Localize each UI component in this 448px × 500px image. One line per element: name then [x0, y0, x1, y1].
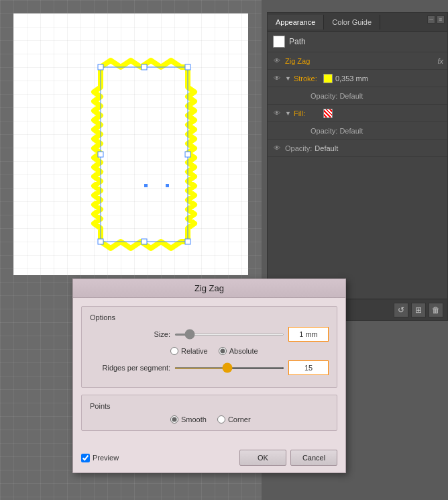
path-color-swatch [273, 36, 285, 48]
svg-rect-3 [98, 239, 103, 244]
svg-rect-8 [185, 152, 190, 157]
size-label: Size: [90, 330, 170, 338]
stroke-opacity-value: Default [339, 92, 363, 100]
smooth-radio[interactable] [170, 415, 178, 423]
panel-header: Appearance Color Guide ─ ≡ [268, 13, 447, 32]
points-radio-group: Smooth Corner [90, 415, 329, 423]
path-label: Path [289, 37, 306, 46]
size-type-radio-group: Relative Absolute [90, 347, 329, 355]
ridges-slider-container [174, 367, 284, 369]
stroke-row: 👁 ▼ Stroke: 0,353 mm [268, 70, 447, 87]
options-group-label: Options [90, 313, 329, 321]
eye-icon-opacity[interactable]: 👁 [272, 144, 282, 152]
preview-label: Preview [93, 454, 119, 462]
path-title-row: Path [268, 32, 447, 52]
absolute-radio-label[interactable]: Absolute [219, 347, 258, 355]
svg-rect-9 [144, 184, 148, 187]
smooth-radio-label[interactable]: Smooth [170, 415, 207, 423]
relative-label: Relative [181, 347, 208, 355]
fill-collapse-arrow[interactable]: ▼ [285, 110, 291, 117]
tab-color-guide[interactable]: Color Guide [324, 15, 380, 30]
dialog-btn-row: OK Cancel [239, 450, 337, 466]
absolute-label: Absolute [229, 347, 258, 355]
relative-radio-label[interactable]: Relative [170, 347, 208, 355]
corner-radio[interactable] [217, 415, 225, 423]
size-slider-container [174, 334, 284, 336]
opacity-label: Opacity: [285, 144, 312, 152]
fill-row: 👁 ▼ Fill: [268, 105, 447, 122]
dialog-titlebar: Zig Zag [73, 279, 345, 298]
delete-icon-btn[interactable]: 🗑 [429, 303, 443, 317]
preview-checkbox[interactable] [81, 454, 90, 462]
points-group-label: Points [90, 402, 329, 410]
ridges-label: Ridges per segment: [90, 364, 170, 372]
zigzag-dialog: Zig Zag Options Size: Relative [72, 279, 346, 473]
duplicate-icon-btn[interactable]: ⊞ [411, 303, 426, 317]
svg-rect-0 [101, 67, 188, 242]
ridges-slider[interactable] [174, 367, 284, 369]
panel-menu-btn[interactable]: ≡ [437, 15, 445, 23]
panel-controls: ─ ≡ [427, 15, 445, 23]
options-group: Options Size: Relative Absolute [81, 306, 337, 388]
fill-opacity-row: Opacity: Default [268, 122, 447, 140]
svg-rect-4 [185, 239, 190, 244]
svg-rect-10 [166, 184, 169, 187]
relative-radio[interactable] [170, 347, 178, 355]
cancel-button[interactable]: Cancel [290, 450, 337, 466]
fill-opacity-value: Default [339, 127, 363, 135]
fx-badge[interactable]: fx [437, 57, 443, 65]
dialog-title: Zig Zag [194, 283, 224, 293]
smooth-label: Smooth [181, 415, 207, 423]
appearance-panel: Appearance Color Guide ─ ≡ Path 👁 Zig Za… [267, 12, 448, 321]
eye-icon-fill[interactable]: 👁 [272, 109, 282, 117]
eye-icon-stroke[interactable]: 👁 [272, 74, 282, 83]
stroke-label: Stroke: [294, 74, 321, 83]
zig-zag-row: 👁 Zig Zag fx [268, 52, 447, 70]
opacity-value: Default [315, 144, 338, 152]
points-group: Points Smooth Corner [81, 395, 337, 431]
path-svg [27, 27, 262, 289]
svg-rect-6 [142, 239, 147, 244]
canvas-white [13, 13, 248, 275]
svg-rect-5 [142, 64, 147, 70]
fill-label: Fill: [294, 109, 321, 117]
tab-appearance[interactable]: Appearance [268, 15, 324, 30]
fill-color-swatch[interactable] [323, 109, 333, 118]
dialog-footer: Preview OK Cancel [73, 446, 345, 472]
stroke-opacity-row: Opacity: Default [268, 87, 447, 105]
reset-icon-btn[interactable]: ↺ [394, 303, 408, 317]
zig-zag-link[interactable]: Zig Zag [285, 57, 310, 65]
fill-opacity-label: Opacity: Default [281, 127, 363, 135]
dialog-body: Options Size: Relative Absolute [73, 298, 345, 446]
eye-icon-zigzag[interactable]: 👁 [272, 57, 282, 65]
absolute-radio[interactable] [219, 347, 227, 355]
size-slider[interactable] [174, 334, 284, 336]
stroke-opacity-label: Opacity: Default [281, 92, 363, 100]
ok-button[interactable]: OK [239, 450, 286, 466]
svg-rect-2 [185, 64, 190, 70]
stroke-value: 0,353 mm [335, 74, 368, 83]
panel-collapse-btn[interactable]: ─ [427, 15, 435, 23]
ridges-input[interactable] [288, 360, 329, 375]
preview-checkbox-label[interactable]: Preview [81, 454, 119, 462]
size-input[interactable] [288, 327, 329, 342]
ridges-row: Ridges per segment: [90, 360, 329, 375]
size-row: Size: [90, 327, 329, 342]
stroke-color-swatch[interactable] [323, 74, 333, 83]
svg-rect-1 [98, 64, 103, 70]
corner-label: Corner [228, 415, 251, 423]
general-opacity-row: 👁 Opacity: Default [268, 140, 447, 157]
svg-rect-7 [98, 152, 103, 157]
corner-radio-label[interactable]: Corner [217, 415, 251, 423]
stroke-collapse-arrow[interactable]: ▼ [285, 75, 291, 82]
